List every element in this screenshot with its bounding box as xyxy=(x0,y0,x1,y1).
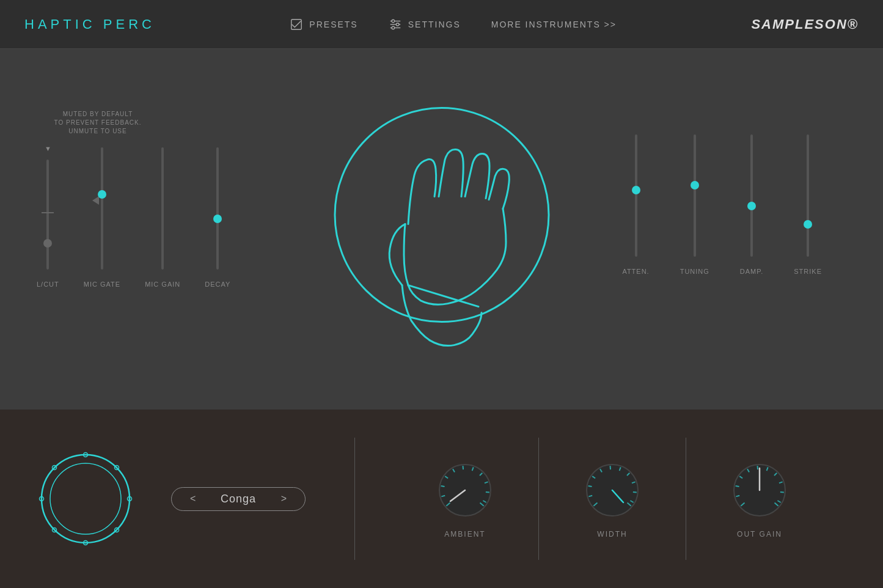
mic-gain-label: MIC GAIN xyxy=(145,281,180,288)
more-instruments-label: MORE INSTRUMENTS >> xyxy=(491,20,617,29)
mic-gate-label: MIC GATE xyxy=(84,281,120,288)
settings-icon xyxy=(389,18,402,31)
presets-label: PRESETS xyxy=(309,20,357,29)
mic-gain-slider-group: MIC GAIN xyxy=(145,147,180,288)
decay-slider[interactable] xyxy=(216,147,219,270)
drum-visual xyxy=(37,450,134,548)
damp-label: DAMP. xyxy=(740,268,763,275)
width-knob-group: WIDTH xyxy=(551,460,673,538)
svg-point-8 xyxy=(42,455,130,543)
ambient-knob[interactable] xyxy=(434,460,496,521)
bottom-divider-2 xyxy=(538,438,539,560)
svg-point-5 xyxy=(396,23,399,26)
more-instruments-nav-item[interactable]: MORE INSTRUMENTS >> xyxy=(491,20,617,29)
tuning-slider-group: TUNING xyxy=(680,134,709,275)
mic-gate-slider-group: MIC GATE xyxy=(84,147,120,288)
svg-point-4 xyxy=(392,20,395,23)
instrument-name: Conga xyxy=(221,493,256,505)
svg-point-7 xyxy=(335,108,549,322)
mic-gate-arrow xyxy=(92,196,99,205)
bottom-panel: < Conga > xyxy=(0,410,883,588)
lcut-sliders xyxy=(46,160,49,270)
width-label: WIDTH xyxy=(597,530,627,538)
app-title: HAPTIC PERC xyxy=(24,17,155,32)
settings-label: SETTINGS xyxy=(408,20,461,29)
svg-point-9 xyxy=(50,463,121,534)
mic-gate-slider[interactable] xyxy=(101,147,103,270)
muted-label: MUTED BY DEFAULT TO PREVENT FEEDBACK. UN… xyxy=(37,110,159,136)
presets-icon xyxy=(290,18,303,31)
svg-line-42 xyxy=(633,491,637,492)
svg-line-56 xyxy=(780,491,784,492)
lcut-left-slider[interactable] xyxy=(46,160,49,270)
tuning-slider[interactable] xyxy=(694,134,696,257)
decay-label: DECAY xyxy=(205,281,230,288)
ambient-label: AMBIENT xyxy=(444,530,485,538)
atten-slider-group: ATTEN. xyxy=(622,134,649,275)
strike-slider-group: STRIKE xyxy=(794,134,822,275)
ambient-knob-group: AMBIENT xyxy=(404,460,526,538)
center-hand-visual xyxy=(313,96,570,353)
svg-line-49 xyxy=(736,486,739,487)
knobs-section: AMBIENT xyxy=(404,438,846,560)
lcut-slider-group: ▼ L/CUT xyxy=(37,145,59,288)
out-gain-knob-group: OUT GAIN xyxy=(698,460,821,538)
damp-slider[interactable] xyxy=(750,134,753,257)
out-gain-knob[interactable] xyxy=(729,460,790,521)
svg-point-6 xyxy=(392,26,395,29)
svg-line-28 xyxy=(486,491,489,492)
atten-slider[interactable] xyxy=(635,134,637,257)
presets-nav-item[interactable]: PRESETS xyxy=(290,18,357,31)
lcut-arrow-indicator: ▼ xyxy=(45,145,51,152)
svg-line-21 xyxy=(441,486,445,487)
width-knob[interactable] xyxy=(582,460,643,521)
left-sliders-row: ▼ L/CUT MIC GATE xyxy=(37,145,230,288)
selector-box: < Conga > xyxy=(171,487,306,511)
main-area: MUTED BY DEFAULT TO PREVENT FEEDBACK. UN… xyxy=(0,49,883,410)
prev-instrument-button[interactable]: < xyxy=(190,493,196,504)
decay-slider-group: DECAY xyxy=(205,147,230,288)
header-nav: PRESETS SETTINGS MORE INSTRUMENTS >> xyxy=(155,18,752,31)
right-controls: ATTEN. TUNING DAMP. STRIKE xyxy=(622,134,822,275)
out-gain-label: OUT GAIN xyxy=(737,530,782,538)
next-instrument-button[interactable]: > xyxy=(281,493,287,504)
drum-svg xyxy=(37,450,134,548)
svg-line-38 xyxy=(610,466,611,469)
svg-line-52 xyxy=(758,466,758,469)
svg-line-24 xyxy=(463,466,464,469)
strike-slider[interactable] xyxy=(807,134,809,257)
damp-slider-group: DAMP. xyxy=(740,134,763,275)
mic-gain-slider[interactable] xyxy=(161,147,164,270)
brand-logo: SAMPLESON® xyxy=(751,17,859,32)
header: HAPTIC PERC PRESETS SETTINGS MORE IN xyxy=(0,0,883,49)
hand-svg xyxy=(313,96,570,353)
strike-label: STRIKE xyxy=(794,268,822,275)
tuning-label: TUNING xyxy=(680,268,709,275)
atten-label: ATTEN. xyxy=(622,268,649,275)
bottom-divider-1 xyxy=(354,438,355,560)
instrument-selector: < Conga > xyxy=(171,487,306,511)
left-controls: MUTED BY DEFAULT TO PREVENT FEEDBACK. UN… xyxy=(37,110,230,288)
svg-line-35 xyxy=(588,486,592,487)
settings-nav-item[interactable]: SETTINGS xyxy=(389,18,461,31)
lcut-label: L/CUT xyxy=(37,281,59,288)
bottom-divider-3 xyxy=(686,438,686,560)
svg-rect-0 xyxy=(291,19,302,29)
